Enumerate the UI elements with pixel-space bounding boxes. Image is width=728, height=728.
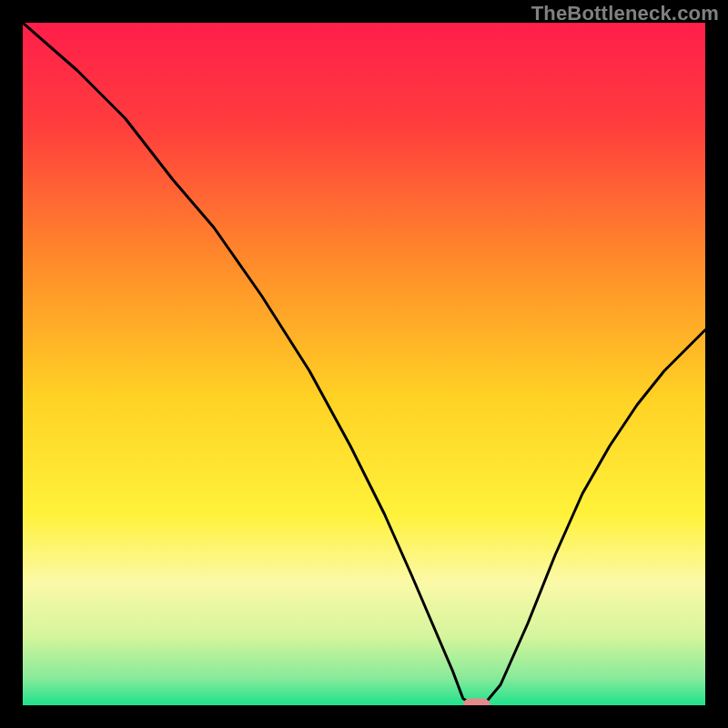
plot-area xyxy=(23,23,705,705)
optimal-marker xyxy=(463,699,490,706)
marker-layer xyxy=(463,699,490,706)
chart-frame: TheBottleneck.com xyxy=(0,0,728,728)
gradient-background xyxy=(23,23,705,705)
watermark-label: TheBottleneck.com xyxy=(531,2,719,25)
chart-svg xyxy=(23,23,705,705)
